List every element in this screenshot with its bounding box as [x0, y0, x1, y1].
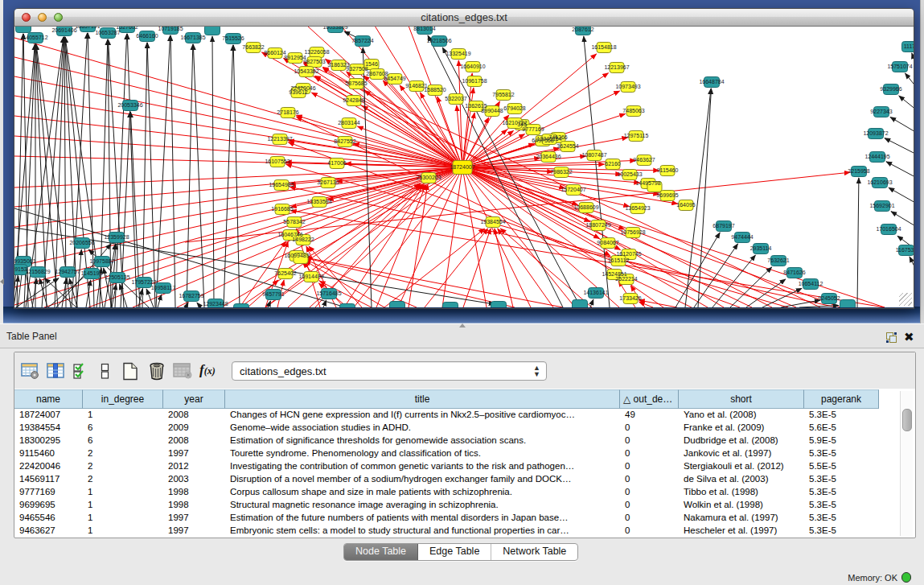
table-settings-icon[interactable] [21, 362, 39, 380]
table-vertical-scrollbar[interactable] [900, 391, 913, 536]
table-row[interactable]: 977716911998Corpus callosum shape and si… [14, 486, 882, 499]
scrollbar-thumb[interactable] [902, 409, 912, 431]
graph-edge[interactable] [286, 164, 789, 307]
graph-edge[interactable] [694, 244, 738, 307]
graph-node-teal[interactable] [390, 302, 405, 308]
graph-node-teal[interactable] [491, 302, 507, 308]
graph-edge[interactable] [890, 117, 914, 134]
graph-edge[interactable] [14, 167, 462, 247]
graph-edge[interactable] [906, 73, 914, 88]
function-builder-icon[interactable]: f(x) [199, 362, 216, 378]
table-cell: 5.3E-5 [804, 473, 879, 486]
column-header-in_degree[interactable]: in_degree [83, 389, 163, 409]
network-canvas[interactable]: 1405571220691406186371911065328715276026… [14, 26, 914, 307]
table-cell: 0 [620, 447, 679, 460]
graph-edge[interactable] [45, 278, 76, 307]
column-header-out_de[interactable]: △ out_de… [620, 389, 679, 409]
select-attributes-icon[interactable] [72, 362, 90, 380]
tab-node-table[interactable]: Node Table [344, 544, 418, 560]
graph-edge[interactable] [857, 178, 859, 307]
table-row[interactable]: 1872400712008Changes of HCN gene express… [14, 409, 882, 422]
canvas-resize-grip[interactable] [899, 293, 912, 306]
table-row[interactable]: 946554611997Estimation of the future num… [14, 512, 882, 525]
graph-node-teal[interactable] [573, 300, 588, 308]
table-row[interactable]: 911546021997Tourette syndrome. Phenomeno… [14, 447, 882, 460]
graph-edge[interactable] [698, 89, 712, 307]
graph-edge[interactable] [212, 36, 214, 307]
graph-node-teal[interactable] [840, 300, 856, 308]
panel-collapse-arrow-icon[interactable] [0, 278, 4, 285]
graph-node-label: 164095 [676, 202, 695, 208]
graph-edge[interactable] [676, 233, 720, 307]
graph-node-teal[interactable] [443, 303, 458, 308]
graph-edge[interactable] [14, 136, 462, 167]
graph-edge[interactable] [76, 249, 81, 307]
table-row[interactable]: 1938455462009Genome–wide association stu… [14, 422, 882, 435]
table-cell: 0 [620, 486, 679, 499]
graph-edge[interactable] [500, 229, 592, 307]
graph-edge[interactable] [156, 35, 170, 307]
graph-edge[interactable] [462, 167, 487, 307]
splitter-grip-icon[interactable] [459, 323, 466, 328]
new-document-icon[interactable] [121, 362, 139, 381]
column-header-name[interactable]: name [14, 389, 83, 409]
graph-edge[interactable] [233, 45, 240, 307]
float-panel-icon[interactable] [886, 332, 897, 343]
table-selector-dropdown[interactable]: citations_edges.txt ▲▼ [232, 361, 547, 381]
graph-edge[interactable] [323, 67, 725, 307]
graph-edge[interactable] [886, 162, 914, 178]
graph-edge[interactable] [584, 36, 610, 307]
graph-node-teal[interactable] [16, 26, 31, 33]
close-panel-icon[interactable]: ✖ [904, 331, 914, 343]
graph-edge[interactable] [363, 47, 372, 307]
table-row[interactable]: 969969511998Structural magnetic resonanc… [14, 499, 882, 512]
graph-edge[interactable] [590, 299, 593, 307]
window-titlebar[interactable]: citations_edges.txt [14, 9, 914, 27]
graph-edge[interactable] [42, 37, 64, 307]
graph-edge[interactable] [146, 289, 154, 307]
column-header-title[interactable]: title [225, 389, 620, 409]
graph-edge[interactable] [197, 303, 201, 307]
graph-edge[interactable] [142, 43, 147, 307]
graph-edge[interactable] [14, 38, 462, 167]
graph-edge[interactable] [363, 106, 463, 168]
graph-edge[interactable] [746, 279, 786, 307]
graph-edge[interactable] [899, 96, 914, 110]
column-header-pagerank[interactable]: pagerank [804, 389, 879, 409]
graph-edge[interactable] [224, 45, 233, 307]
table-row[interactable]: 1456911722003Disruption of a novel membe… [14, 473, 882, 486]
graph-edge[interactable] [115, 34, 127, 307]
graph-edge[interactable] [187, 44, 193, 307]
graph-edge[interactable] [127, 34, 137, 307]
graph-edge[interactable] [170, 35, 175, 307]
graph-edge[interactable] [463, 229, 491, 307]
graph-edge[interactable] [306, 257, 564, 307]
table-row[interactable]: 1830029562008Estimation of significance … [14, 435, 882, 447]
rows-icon[interactable] [100, 362, 111, 380]
tab-network-table[interactable]: Network Table [491, 544, 577, 560]
graph-edge[interactable] [409, 184, 428, 307]
graph-edge[interactable] [910, 257, 914, 271]
graph-node-teal[interactable] [205, 26, 220, 35]
graph-node-label: 3267130 [317, 179, 339, 185]
delete-table-icon[interactable] [148, 362, 166, 381]
graph-edge[interactable] [14, 167, 462, 187]
tab-edge-table[interactable]: Edge Table [418, 544, 491, 560]
graph-node-teal[interactable] [340, 304, 355, 308]
graph-node-teal[interactable] [234, 304, 249, 308]
graph-edge[interactable] [14, 167, 462, 305]
graph-edge[interactable] [885, 138, 914, 154]
column-header-short[interactable]: short [679, 389, 804, 409]
table-body: 1872400712008Changes of HCN gene express… [14, 409, 882, 536]
graph-edge[interactable] [147, 43, 155, 307]
table-row[interactable]: 2242004622012Investigating the contribut… [14, 460, 882, 473]
graph-edge[interactable] [310, 167, 462, 307]
graph-edge[interactable] [889, 187, 914, 204]
table-row[interactable]: 946362711997Embryonic stem cells: a mode… [14, 525, 882, 536]
graph-edge[interactable] [16, 278, 59, 307]
column-header-year[interactable]: year [163, 389, 225, 409]
column-edit-icon[interactable] [47, 362, 65, 380]
graph-edge[interactable] [72, 33, 88, 307]
graph-edge[interactable] [100, 39, 108, 307]
graph-edge[interactable] [88, 33, 94, 307]
